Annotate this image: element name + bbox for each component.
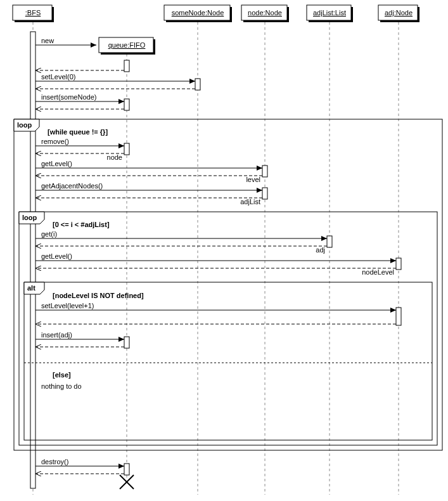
alt-guard1: [nodeLevel IS NOT defined] <box>53 292 144 299</box>
bfs-label: :BFS <box>25 9 41 16</box>
bfs-head: :BFS <box>13 5 54 22</box>
msg-setlevel0-label: setLevel(0) <box>41 73 75 81</box>
loop1-frame <box>14 119 442 450</box>
adjlist-head: adjList:List <box>307 5 353 22</box>
msg-getlevel2-label: getLevel() <box>41 252 72 260</box>
return-adjlist-label: adjList <box>240 198 260 205</box>
adjlist-label: adjList:List <box>313 9 346 16</box>
node-activation-level <box>262 166 267 177</box>
msg-getlevel-label: getLevel() <box>41 160 72 167</box>
somenode-head: someNode:Node <box>164 5 232 22</box>
adj-head: adj:Node <box>378 5 419 22</box>
loop2-label: loop <box>22 214 37 221</box>
somenode-activation <box>195 79 200 90</box>
msg-getadj-label: getAdjacentNodes() <box>41 182 103 190</box>
loop1-label: loop <box>17 121 32 129</box>
somenode-label: someNode:Node <box>172 9 224 16</box>
queue-activation-remove <box>124 143 129 155</box>
return-adj-label: adj <box>316 246 325 254</box>
alt-else-label: [else] <box>53 371 71 379</box>
loop1-guard: [while queue != {}] <box>48 128 108 136</box>
return-level-label: level <box>246 176 260 183</box>
queue-label: queue:FIFO <box>108 41 146 49</box>
queue-activation-new <box>124 60 129 72</box>
msg-insert-adj-label: insert(adj) <box>41 331 72 339</box>
msg-remove-label: remove() <box>41 138 69 145</box>
queue-activation-destroy <box>124 464 129 475</box>
alt-label: alt <box>27 284 35 292</box>
queue-activation-insert <box>124 99 129 110</box>
msg-new-label: new <box>41 37 54 44</box>
bfs-activation <box>30 32 35 488</box>
adj-label: adj:Node <box>385 9 413 16</box>
adj-activation-level <box>396 258 401 270</box>
queue-head: queue:FIFO <box>99 37 155 55</box>
adjlist-activation <box>327 236 332 247</box>
return-node-label: node <box>107 153 122 161</box>
node-head: node:Node <box>241 5 289 22</box>
msg-geti-label: get(i) <box>41 230 57 238</box>
loop2-guard: [0 <= i < #adjList] <box>53 221 110 228</box>
loop2-frame <box>19 212 437 445</box>
msg-insert-some-label: insert(someNode) <box>41 93 96 101</box>
queue-activation-insertadj <box>124 337 129 348</box>
alt-nothing-label: nothing to do <box>41 382 82 390</box>
sequence-diagram: :BFS someNode:Node node:Node adjList:Lis… <box>0 0 448 501</box>
return-nodelevel-label: nodeLevel <box>362 268 394 276</box>
adj-activation-setlevel <box>396 308 401 325</box>
node-activation-adj <box>262 188 267 199</box>
msg-destroy-label: destroy() <box>41 458 68 465</box>
node-label: node:Node <box>248 9 282 16</box>
msg-setlevel-p1-label: setLevel(level+1) <box>41 302 94 309</box>
